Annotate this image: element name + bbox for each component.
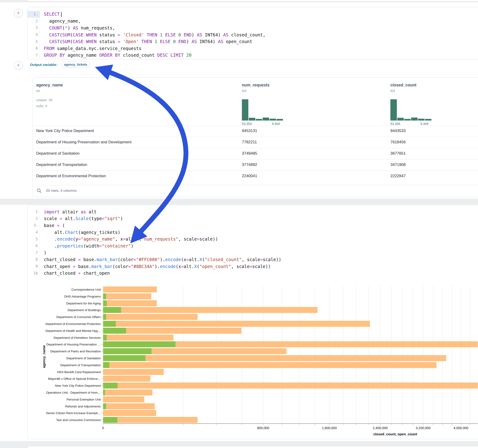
- column-stat: unique: 20: [36, 98, 52, 102]
- column-header-num_requests[interactable]: num_requestsi6453,3049.5e6: [242, 78, 302, 125]
- notebook-page: + + 1⌄SELECT2 agency_name,3 COUNT(*) AS …: [0, 0, 478, 448]
- closed_count-bar: [103, 410, 156, 416]
- table-cell: Department of Sanitation: [36, 151, 80, 156]
- closed_count-bar: [103, 307, 318, 313]
- code-line[interactable]: 1import altair as alt: [27, 208, 478, 215]
- code-line[interactable]: 2 agency_name,: [27, 18, 478, 25]
- y-axis-tick: [102, 406, 103, 406]
- code-text: chart_open = base.mark_bar(color="#8BC34…: [40, 264, 271, 269]
- gridline: [356, 286, 356, 423]
- open_count-bar: [103, 307, 121, 313]
- code-line[interactable]: 9chart_open = base.mark_bar(color="#8BC3…: [27, 263, 478, 270]
- code-line[interactable]: 8chart_closed = base.mark_bar(color="#FF…: [27, 256, 478, 263]
- table-cell: 3471908: [390, 162, 406, 167]
- code-line[interactable]: 1⌄SELECT: [27, 11, 478, 18]
- table-row[interactable]: New York City Police Department945313194…: [32, 125, 478, 137]
- add-cell-button-top[interactable]: +: [14, 9, 23, 18]
- code-text: import altair as alt: [40, 209, 97, 214]
- code-line[interactable]: 4 alt.Chart(agency_tickets): [27, 229, 478, 236]
- gridline: [461, 286, 461, 423]
- open_count-bar: [103, 321, 116, 327]
- histogram-bar: [404, 119, 411, 120]
- collapse-caret-icon[interactable]: ⌄: [36, 224, 38, 227]
- code-line[interactable]: 5 CAST(SUM(CASE WHEN status = 'Open' THE…: [27, 38, 478, 45]
- table-row[interactable]: Department of Housing Preservation and D…: [32, 137, 478, 148]
- add-cell-button-output[interactable]: +: [14, 61, 23, 70]
- open_count-bar: [103, 403, 106, 409]
- column-header-agency_name[interactable]: agency_namestrunique: 20nulls: 0: [36, 78, 96, 125]
- y-axis-label: Department of Sanitation: [66, 356, 101, 360]
- column-name: agency_name: [36, 83, 63, 87]
- code-line[interactable]: 3⌄base = (: [27, 222, 478, 229]
- closed_count-bar: [103, 314, 198, 320]
- code-line[interactable]: 7): [27, 249, 478, 256]
- gridline: [282, 286, 282, 423]
- line-number: 3: [27, 25, 40, 31]
- table-cell: 2240041: [242, 174, 257, 178]
- histogram-min-label: 53,304: [390, 122, 400, 126]
- code-line[interactable]: 4 CAST(SUM(CASE WHEN status = 'Closed' T…: [27, 31, 478, 38]
- row-count-label: 20 rows, 4 columns: [46, 188, 77, 193]
- y-axis-label: Department of Housing Preservation …: [46, 343, 101, 346]
- y-axis-label: Department of Buildings: [68, 308, 101, 312]
- x-axis-tick: [282, 424, 282, 425]
- open_count-bar: [103, 417, 117, 423]
- table-row[interactable]: Department of Sanitation37494853677651: [32, 148, 478, 160]
- sql-code-editor[interactable]: 1⌄SELECT2 agency_name,3 COUNT(*) AS num_…: [27, 7, 478, 59]
- code-line[interactable]: 5 .encode(y="agency_name", x=alt.X("num_…: [27, 236, 478, 243]
- table-cell: 9443533: [390, 129, 406, 133]
- code-line[interactable]: 6 .properties(width="container"): [27, 243, 478, 249]
- y-axis-label: Department for the Aging: [66, 301, 101, 305]
- closed_count-bar: [103, 369, 164, 375]
- line-number: 8: [27, 256, 40, 263]
- table-cell: 9453131: [242, 129, 257, 133]
- code-line[interactable]: 2scale = alt.Scale(type="sqrt"): [27, 215, 478, 222]
- line-number: 4: [27, 31, 40, 38]
- code-text: ): [40, 250, 46, 255]
- line-number: 2: [27, 18, 40, 25]
- table-cell: 7782211: [242, 140, 257, 144]
- x-axis-tick: [380, 424, 380, 425]
- y-axis-label: Department of Parks and Recreation: [50, 350, 101, 353]
- histogram-bar: [418, 119, 425, 120]
- x-axis-tick: [356, 424, 356, 425]
- sql-cell[interactable]: 1⌄SELECT2 agency_name,3 COUNT(*) AS num_…: [27, 7, 478, 59]
- code-text: COUNT(*) AS num_requests,: [40, 25, 115, 31]
- code-line[interactable]: 10chart_closed + chart_open: [27, 270, 478, 277]
- line-number: 6: [27, 45, 40, 52]
- x-axis-tick: [402, 424, 403, 425]
- x-axis-tick: [329, 424, 329, 425]
- table-row[interactable]: Department of Environmental Protection22…: [32, 171, 478, 182]
- y-axis-tick: [102, 420, 103, 420]
- y-axis-label: Department of Health and Mental Hyg…: [45, 329, 101, 332]
- code-line[interactable]: 6FROM sample_data.nyc.service_requests: [27, 45, 478, 52]
- output-variable-chip[interactable]: agency_tickets: [62, 61, 90, 68]
- gridline: [343, 286, 343, 423]
- y-axis-tick: [102, 337, 103, 338]
- x-axis-tick: [433, 424, 433, 425]
- python-cell[interactable]: 1import altair as alt2scale = alt.Scale(…: [27, 205, 478, 439]
- column-header-closed_count[interactable]: closed_counti6453,3049.4e6: [390, 78, 450, 125]
- histogram-bar: [256, 119, 262, 120]
- open_count-bar: [103, 355, 145, 361]
- python-code-editor[interactable]: 1import altair as alt2scale = alt.Scale(…: [27, 205, 478, 280]
- code-line[interactable]: 7GROUP BY agency_name ORDER BY closed_co…: [27, 52, 478, 59]
- code-text: alt.Chart(agency_tickets): [40, 230, 120, 235]
- code-text: CAST(SUM(CASE WHEN status = 'Open' THEN …: [40, 39, 252, 44]
- table-cell: Department of Transportation: [36, 162, 87, 167]
- table-row[interactable]: Department of Transportation377489234719…: [32, 159, 478, 171]
- y-axis-tick: [102, 289, 103, 290]
- line-number: 2: [27, 215, 40, 222]
- x-axis-tick: [413, 424, 413, 425]
- histogram-bar: [425, 119, 431, 120]
- code-line[interactable]: 3 COUNT(*) AS num_requests,: [27, 25, 478, 31]
- code-text: agency_name,: [40, 19, 81, 24]
- y-axis-tick: [102, 330, 103, 331]
- gridline: [402, 286, 403, 423]
- chart-y-axis-title: agency_name: [42, 345, 46, 368]
- table-cell: 3774892: [242, 162, 257, 167]
- collapse-caret-icon[interactable]: ⌄: [36, 13, 38, 16]
- histogram-bar: [263, 118, 269, 120]
- search-icon[interactable]: [37, 188, 42, 193]
- x-axis-label: 1,600,000: [322, 426, 337, 430]
